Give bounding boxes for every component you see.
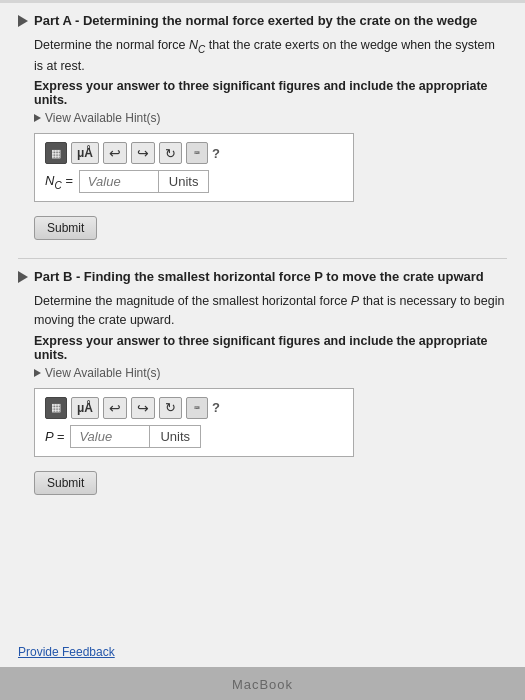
collapse-icon-b[interactable]	[18, 271, 28, 283]
part-a-view-hints[interactable]: View Available Hint(s)	[34, 111, 507, 125]
part-b-header: Part B - Finding the smallest horizontal…	[18, 269, 507, 284]
undo-icon-b: ↩	[109, 400, 121, 416]
part-b-instruction: Express your answer to three significant…	[34, 334, 507, 362]
toolbar-redo-btn-b[interactable]: ↪	[131, 397, 155, 419]
toolbar-kbd-btn-b[interactable]: ⌨	[186, 397, 208, 419]
refresh-icon-a: ↻	[165, 146, 176, 161]
part-a-eq-sub: C	[54, 180, 61, 191]
part-a-label: Part A	[34, 13, 71, 28]
collapse-icon-a[interactable]	[18, 15, 28, 27]
part-a-var-nc: N	[189, 38, 198, 52]
part-a-title-suffix: - Determining the normal force exerted b…	[71, 13, 477, 28]
part-a-input-row: NC = Units	[45, 170, 343, 193]
part-b-label: Part B	[34, 269, 72, 284]
part-b-title: Part B - Finding the smallest horizontal…	[34, 269, 484, 284]
part-a-units-btn[interactable]: Units	[159, 170, 210, 193]
part-a-value-input[interactable]	[79, 170, 159, 193]
redo-icon-b: ↪	[137, 400, 149, 416]
macbook-label: MacBook	[232, 677, 293, 692]
part-a-instruction: Express your answer to three significant…	[34, 79, 507, 107]
part-b-title-suffix: - Finding the smallest horizontal force …	[72, 269, 484, 284]
part-b-eq-var: P	[45, 429, 53, 444]
kbd-icon-a: ⌨	[194, 148, 199, 158]
hint-arrow-a	[34, 114, 41, 122]
part-a-answer-box: ▦ μÅ ↩ ↪ ↻ ⌨	[34, 133, 354, 202]
part-b-description: Determine the magnitude of the smallest …	[34, 292, 507, 330]
part-b-desc-text: Determine the magnitude of the smallest …	[34, 294, 351, 308]
mu-icon-a: μÅ	[77, 146, 93, 160]
toolbar-redo-btn-a[interactable]: ↪	[131, 142, 155, 164]
section-divider	[18, 258, 507, 259]
help-icon-a[interactable]: ?	[212, 146, 220, 161]
kbd-icon-b: ⌨	[194, 403, 199, 413]
toolbar-refresh-btn-a[interactable]: ↻	[159, 142, 182, 164]
grid-icon-b: ▦	[51, 401, 61, 414]
part-b-eq-equals: =	[53, 429, 64, 444]
part-b-view-hints[interactable]: View Available Hint(s)	[34, 366, 507, 380]
toolbar-grid-btn-b[interactable]: ▦	[45, 397, 67, 419]
part-a-header: Part A - Determining the normal force ex…	[18, 13, 507, 28]
part-b-submit-btn[interactable]: Submit	[34, 471, 97, 495]
part-b-var-p: P	[351, 294, 359, 308]
part-b-section: Part B - Finding the smallest horizontal…	[18, 269, 507, 495]
part-b-answer-box: ▦ μÅ ↩ ↪ ↻ ⌨	[34, 388, 354, 457]
grid-icon-a: ▦	[51, 147, 61, 160]
part-a-eq-label: NC =	[45, 173, 73, 191]
part-a-title: Part A - Determining the normal force ex…	[34, 13, 477, 28]
part-a-desc-text: Determine the normal force	[34, 38, 189, 52]
part-a-body: Determine the normal force NC that the c…	[18, 36, 507, 240]
mu-icon-b: μÅ	[77, 401, 93, 415]
part-b-toolbar: ▦ μÅ ↩ ↪ ↻ ⌨	[45, 397, 343, 419]
toolbar-mu-btn-b[interactable]: μÅ	[71, 397, 99, 419]
refresh-icon-b: ↻	[165, 400, 176, 415]
hint-arrow-b	[34, 369, 41, 377]
toolbar-grid-btn-a[interactable]: ▦	[45, 142, 67, 164]
toolbar-undo-btn-b[interactable]: ↩	[103, 397, 127, 419]
redo-icon-a: ↪	[137, 145, 149, 161]
part-a-section: Part A - Determining the normal force ex…	[18, 13, 507, 240]
part-b-hints-label: View Available Hint(s)	[45, 366, 161, 380]
part-b-body: Determine the magnitude of the smallest …	[18, 292, 507, 495]
part-a-eq-equals: =	[62, 173, 73, 188]
part-b-units-btn[interactable]: Units	[150, 425, 201, 448]
macbook-bar: MacBook	[0, 667, 525, 700]
toolbar-kbd-btn-a[interactable]: ⌨	[186, 142, 208, 164]
toolbar-refresh-btn-b[interactable]: ↻	[159, 397, 182, 419]
help-icon-b[interactable]: ?	[212, 400, 220, 415]
part-b-eq-label: P =	[45, 429, 64, 444]
part-b-input-row: P = Units	[45, 425, 343, 448]
toolbar-mu-btn-a[interactable]: μÅ	[71, 142, 99, 164]
undo-icon-a: ↩	[109, 145, 121, 161]
part-b-value-input[interactable]	[70, 425, 150, 448]
part-a-description: Determine the normal force NC that the c…	[34, 36, 507, 75]
provide-feedback-link[interactable]: Provide Feedback	[0, 637, 525, 667]
toolbar-undo-btn-a[interactable]: ↩	[103, 142, 127, 164]
part-a-toolbar: ▦ μÅ ↩ ↪ ↻ ⌨	[45, 142, 343, 164]
part-a-hints-label: View Available Hint(s)	[45, 111, 161, 125]
part-a-submit-btn[interactable]: Submit	[34, 216, 97, 240]
